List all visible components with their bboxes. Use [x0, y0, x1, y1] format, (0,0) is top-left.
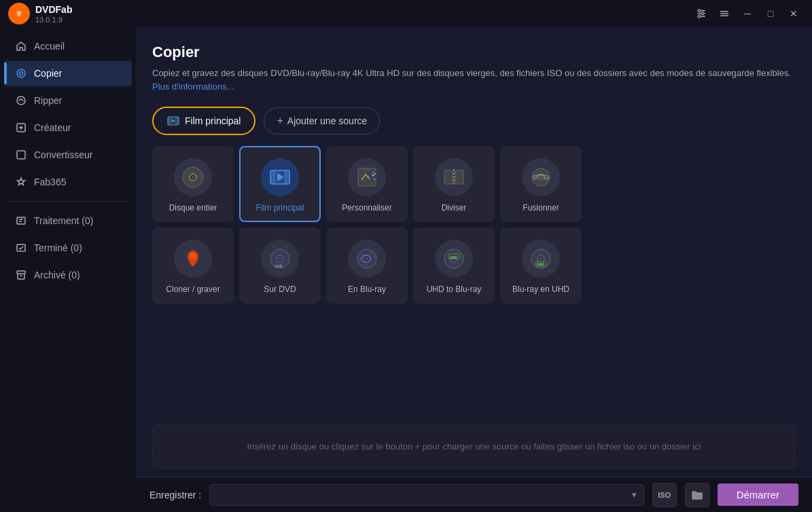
sidebar-divider [8, 201, 128, 202]
fab365-icon [15, 176, 27, 188]
modes-section: Disque entier Film principal [136, 146, 812, 416]
svg-rect-11 [720, 16, 728, 17]
diviser-label: Diviser [442, 203, 467, 213]
svg-point-12 [17, 69, 25, 77]
en-blu-ray-label: En Blu-ray [348, 285, 386, 294]
minimize-button[interactable]: ─ [737, 3, 758, 24]
svg-rect-37 [455, 170, 463, 184]
traitement-icon [15, 215, 27, 227]
mode-card-en-blu-ray[interactable]: En Blu-ray [326, 227, 408, 304]
svg-rect-31 [274, 170, 275, 184]
termine-icon [15, 242, 27, 254]
svg-rect-23 [171, 117, 172, 125]
fusionner-icon [522, 158, 560, 196]
mode-card-film-principal[interactable]: Film principal [239, 146, 321, 222]
svg-rect-16 [17, 151, 25, 159]
app-version: 13.0.1.9 [35, 16, 72, 24]
svg-point-13 [20, 72, 23, 75]
svg-point-42 [544, 175, 548, 179]
svg-text:DVD: DVD [275, 264, 283, 268]
bottom-bar: Enregistrer : ▾ ISO Démarrer [136, 477, 812, 512]
mode-card-cloner-graver[interactable]: Cloner / graver [152, 227, 234, 304]
sidebar-item-fab365[interactable]: Fab365 [4, 169, 132, 195]
sidebar-label-fab365: Fab365 [34, 177, 66, 187]
mode-card-blu-ray-en-uhd[interactable]: UHD Blu-ray en UHD [500, 227, 582, 304]
film-principal-label: Film principal [256, 203, 304, 213]
content-header: Copier Copiez et gravez des disques DVD/… [136, 27, 812, 101]
drop-zone: Insérez un disque ou cliquez sur le bout… [152, 424, 796, 469]
maximize-button[interactable]: □ [760, 3, 781, 24]
svg-point-50 [366, 257, 368, 260]
action-bar: Film principal + Ajouter une source [136, 101, 812, 146]
svg-point-14 [17, 96, 25, 105]
save-label: Enregistrer : [149, 490, 201, 500]
drop-zone-text: Insérez un disque ou cliquez sur le bout… [247, 441, 701, 452]
content-area: Copier Copiez et gravez des disques DVD/… [136, 27, 812, 512]
more-info-link[interactable]: Plus d'informations... [152, 81, 234, 92]
cloner-graver-icon [174, 240, 212, 278]
sidebar: Accueil Copier Ripper [0, 27, 136, 512]
sidebar-label-createur: Créateur [34, 122, 71, 133]
sidebar-item-copier[interactable]: Copier [4, 60, 132, 86]
svg-rect-21 [168, 117, 170, 125]
personnaliser-icon [348, 158, 386, 196]
sidebar-item-traitement[interactable]: Traitement (0) [4, 208, 132, 234]
sidebar-item-termine[interactable]: Terminé (0) [4, 235, 132, 261]
sidebar-item-createur[interactable]: Créateur [4, 115, 132, 141]
sidebar-item-convertisseur[interactable]: Convertisseur [4, 142, 132, 168]
page-description: Copiez et gravez des disques DVD/Blu-ray… [152, 67, 796, 93]
svg-rect-19 [17, 271, 25, 274]
personnaliser-label: Personnaliser [342, 203, 391, 213]
createur-icon [15, 122, 27, 134]
blu-ray-en-uhd-label: Blu-ray en UHD [512, 285, 569, 294]
sidebar-item-accueil[interactable]: Accueil [4, 33, 132, 59]
sidebar-label-archive: Archivé (0) [34, 270, 80, 280]
modes-grid: Disque entier Film principal [152, 146, 796, 309]
svg-point-46 [279, 257, 281, 260]
svg-text:UHD: UHD [450, 255, 457, 259]
add-source-button[interactable]: + Ajouter une source [264, 107, 380, 134]
ripper-icon [15, 94, 27, 107]
folder-button[interactable] [685, 483, 709, 507]
svg-point-58 [540, 257, 542, 260]
film-principal-button[interactable]: Film principal [152, 107, 255, 135]
svg-rect-9 [720, 11, 728, 12]
start-button[interactable]: Démarrer [718, 483, 798, 506]
home-icon [15, 40, 27, 52]
sidebar-label-termine: Terminé (0) [34, 242, 82, 253]
svg-point-43 [190, 253, 196, 259]
sur-dvd-label: Sur DVD [264, 285, 296, 294]
save-path-dropdown[interactable]: ▾ [209, 484, 643, 506]
mode-card-personnaliser[interactable]: Personnaliser [326, 146, 408, 222]
sur-dvd-icon: DVD [261, 240, 299, 278]
uhd-to-blu-ray-icon: UHD [435, 240, 473, 278]
sidebar-label-accueil: Accueil [34, 41, 65, 52]
add-icon: + [277, 115, 283, 127]
svg-rect-32 [285, 170, 286, 184]
sidebar-item-ripper[interactable]: Ripper [4, 88, 132, 113]
settings-button[interactable] [691, 3, 711, 24]
page-title: Copier [152, 43, 796, 61]
mode-card-sur-dvd[interactable]: DVD Sur DVD [239, 227, 321, 304]
en-blu-ray-icon [348, 240, 386, 278]
uhd-to-blu-ray-label: UHD to Blu-ray [427, 285, 482, 294]
svg-point-6 [698, 10, 701, 12]
sidebar-label-ripper: Ripper [34, 95, 62, 106]
mode-card-diviser[interactable]: Diviser [413, 146, 495, 222]
menu-button[interactable] [714, 3, 735, 24]
sidebar-item-archive[interactable]: Archivé (0) [4, 262, 132, 288]
dropdown-chevron-icon: ▾ [632, 490, 637, 500]
disque-entier-icon [174, 158, 212, 196]
iso-button[interactable]: ISO [652, 483, 677, 507]
svg-point-27 [192, 176, 194, 179]
fusionner-label: Fusionner [523, 203, 559, 213]
mode-card-uhd-to-blu-ray[interactable]: UHD UHD to Blu-ray [413, 227, 495, 304]
window-controls: ─ □ ✕ [691, 3, 804, 24]
sidebar-label-copier: Copier [34, 68, 62, 79]
mode-card-disque-entier[interactable]: Disque entier [152, 146, 234, 222]
svg-rect-29 [270, 170, 274, 184]
mode-card-fusionner[interactable]: Fusionner [500, 146, 582, 222]
sidebar-label-traitement: Traitement (0) [34, 215, 93, 226]
svg-text:UHD: UHD [537, 262, 544, 266]
close-button[interactable]: ✕ [783, 3, 804, 24]
